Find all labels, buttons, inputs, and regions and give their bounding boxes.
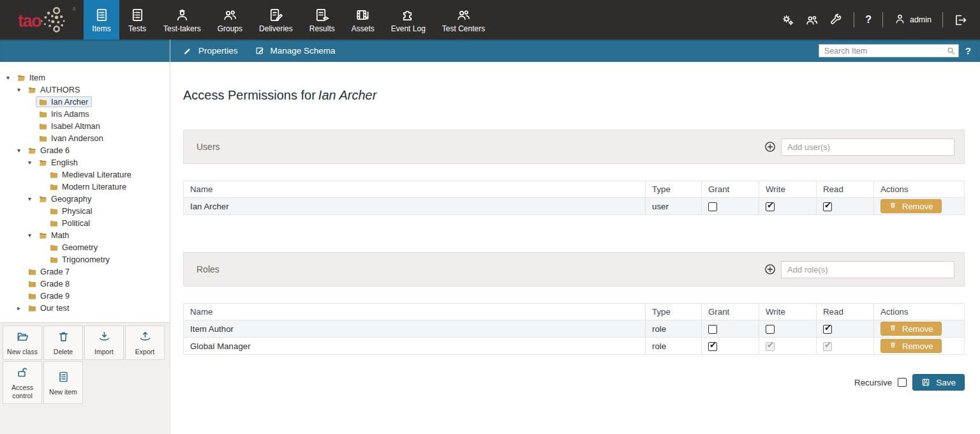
tree-item-isabel-altman[interactable]: Isabel Altman (5, 120, 166, 132)
access-control-button[interactable]: Access control (3, 361, 42, 404)
plus-circle-icon[interactable] (764, 140, 776, 153)
save-button[interactable]: Save (912, 374, 965, 391)
tree-node[interactable]: Ivan Anderson (36, 133, 107, 144)
tree-item-our-test[interactable]: ▸Our test (5, 302, 166, 314)
logout-button[interactable] (954, 13, 967, 27)
nav-tab-test-centers[interactable]: Test Centers (434, 0, 493, 40)
tree-item-trigonometry[interactable]: Trigonometry (5, 253, 166, 266)
write-checkbox-item-author[interactable] (766, 325, 775, 334)
settings-gears-button[interactable] (781, 13, 794, 27)
tree-node[interactable]: Physical (47, 206, 96, 216)
export-icon (139, 331, 151, 345)
tree-item-label: AUTHORS (40, 85, 80, 94)
import-button[interactable]: Import (84, 326, 124, 360)
tree-item-geography[interactable]: ▾Geography (5, 193, 166, 205)
tree-node[interactable]: Our test (25, 303, 73, 313)
tree-item-medieval-literature[interactable]: Medieval Literature (5, 168, 166, 181)
tree-node[interactable]: Grade 6 (25, 145, 73, 156)
tree-node[interactable]: Modern Literature (47, 181, 130, 192)
remove-button-global-manager[interactable]: Remove (880, 339, 942, 353)
search-icon[interactable] (946, 46, 956, 56)
tree-item-english[interactable]: ▾English (5, 156, 166, 168)
wrench-button[interactable] (829, 13, 843, 27)
users-section-header: Users (183, 130, 965, 164)
nav-tab-assets[interactable]: Assets (343, 0, 383, 40)
nav-tab-items[interactable]: Items (84, 0, 119, 40)
grant-checkbox-global-manager[interactable] (708, 342, 717, 351)
remove-button-ian-archer[interactable]: Remove (880, 199, 942, 213)
expander-open-icon[interactable]: ▾ (28, 196, 36, 202)
tree-node[interactable]: Iris Adams (36, 108, 93, 119)
tree-node[interactable]: Grade 9 (25, 290, 73, 301)
export-button[interactable]: Export (125, 326, 165, 360)
add-roles-input[interactable] (781, 261, 954, 278)
properties-button[interactable]: Properties (183, 46, 238, 56)
tree-item-item[interactable]: ▾Item (5, 71, 166, 84)
tree-item-grade-9[interactable]: Grade 9 (5, 290, 166, 302)
tree-node[interactable]: English (36, 157, 82, 168)
read-checkbox-ian-archer[interactable] (823, 202, 832, 211)
tree-item-ian-archer[interactable]: Ian Archer (5, 96, 166, 108)
tree-node[interactable]: AUTHORS (25, 84, 84, 95)
manage-schema-button[interactable]: Manage Schema (255, 46, 336, 56)
tao-logo[interactable]: tao ® (0, 0, 84, 40)
expander-open-icon[interactable]: ▾ (17, 147, 25, 154)
tree-node[interactable]: Math (36, 230, 73, 241)
admin-account-button[interactable]: admin (894, 13, 932, 27)
deliveries-icon (269, 8, 283, 22)
tree-item-grade-7[interactable]: Grade 7 (5, 266, 166, 278)
grant-checkbox-ian-archer[interactable] (708, 202, 717, 211)
tree-item-modern-literature[interactable]: Modern Literature (5, 181, 166, 193)
recursive-checkbox[interactable] (898, 378, 907, 387)
tree-node[interactable]: Political (47, 218, 94, 228)
tree-node[interactable]: Ian Archer (36, 96, 92, 107)
delete-button[interactable]: Delete (43, 326, 83, 360)
write-checkbox-ian-archer[interactable] (766, 202, 775, 211)
tree-node[interactable]: Item (14, 72, 49, 83)
tree-item-physical[interactable]: Physical (5, 205, 166, 217)
expander-open-icon[interactable]: ▾ (17, 87, 25, 93)
expander-open-icon[interactable]: ▾ (28, 160, 36, 166)
tree-node[interactable]: Geometry (47, 242, 101, 253)
nav-tab-groups[interactable]: Groups (209, 0, 251, 40)
topbar-divider (942, 12, 943, 27)
new-item-button[interactable]: New item (43, 361, 83, 404)
user-management-button[interactable] (805, 13, 819, 27)
tree-item-iris-adams[interactable]: Iris Adams (5, 108, 166, 120)
nav-tab-tests[interactable]: Tests (119, 0, 155, 40)
new-class-button[interactable]: New class (3, 326, 42, 360)
tree-item-ivan-anderson[interactable]: Ivan Anderson (5, 132, 166, 144)
tree-item-geometry[interactable]: Geometry (5, 241, 166, 253)
nav-tab-results[interactable]: Results (301, 0, 343, 40)
delete-icon (57, 331, 70, 345)
add-users-input[interactable] (781, 138, 954, 156)
tree-node[interactable]: Isabel Altman (36, 121, 104, 131)
tree-item-grade-8[interactable]: Grade 8 (5, 278, 166, 290)
pencil-icon (183, 46, 193, 56)
help-icon[interactable]: ? (865, 14, 872, 26)
remove-button-item-author[interactable]: Remove (880, 322, 942, 336)
tree-item-grade-6[interactable]: ▾Grade 6 (5, 144, 166, 156)
search-input[interactable] (819, 44, 959, 57)
action-button-label: Export (135, 348, 154, 356)
expander-closed-icon[interactable]: ▸ (17, 305, 25, 311)
tree-item-political[interactable]: Political (5, 217, 166, 229)
tree-node[interactable]: Medieval Literature (47, 169, 135, 180)
tree-node[interactable]: Geography (36, 193, 95, 204)
toolbar-help-button[interactable]: ? (965, 45, 971, 56)
expander-open-icon[interactable]: ▾ (6, 75, 14, 81)
nav-tab-event-log[interactable]: Event Log (383, 0, 434, 40)
folder-closed-icon (27, 280, 38, 288)
grant-checkbox-item-author[interactable] (708, 325, 717, 334)
tree-node[interactable]: Grade 8 (25, 278, 73, 289)
tree-item-math[interactable]: ▾Math (5, 229, 166, 241)
plus-circle-icon[interactable] (764, 263, 776, 276)
nav-tab-test-takers[interactable]: Test-takers (155, 0, 209, 40)
tree-item-authors[interactable]: ▾AUTHORS (5, 84, 166, 96)
tree-node[interactable]: Trigonometry (47, 254, 114, 265)
tree-node[interactable]: Grade 7 (25, 266, 73, 277)
expander-open-icon[interactable]: ▾ (28, 232, 36, 239)
read-checkbox-item-author[interactable] (823, 325, 832, 334)
nav-tab-deliveries[interactable]: Deliveries (251, 0, 301, 40)
tree-item-label: Grade 7 (40, 267, 70, 276)
